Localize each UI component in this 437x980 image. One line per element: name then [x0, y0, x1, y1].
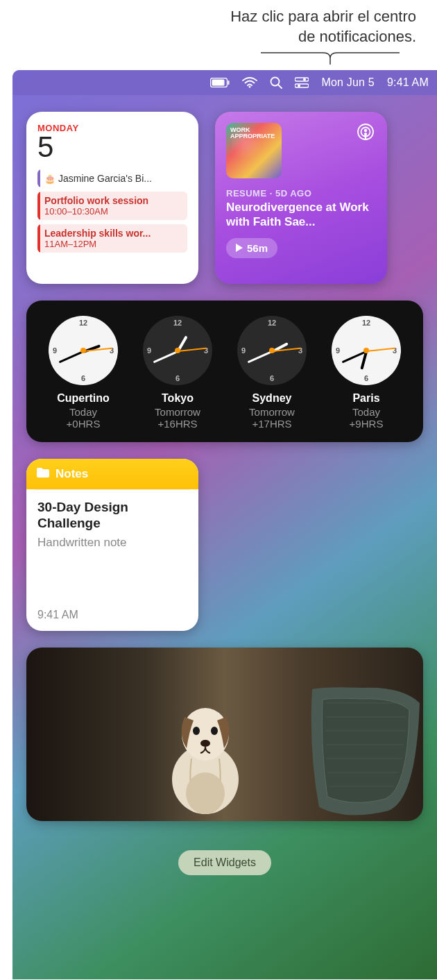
notification-center-widgets: MONDAY 5 🎂Jasmine Garcia's Bi... Portfol… — [12, 95, 437, 875]
notes-header-label: Notes — [55, 467, 88, 481]
event-title: Jasmine Garcia's Bi... — [58, 173, 152, 184]
svg-point-12 — [364, 129, 367, 132]
svg-rect-6 — [295, 78, 309, 81]
clock-day: Tomorrow — [249, 406, 295, 418]
annotation-line-1: Haz clic para abrir el centro — [21, 7, 416, 27]
clock-cupertino[interactable]: 12369 Cupertino Today +0HRS — [42, 316, 125, 430]
notes-header: Notes — [26, 459, 198, 489]
calendar-date: 5 — [37, 130, 187, 164]
clock-offset: +16HRS — [157, 418, 197, 430]
clock-day: Tomorrow — [155, 406, 200, 418]
menubar-time[interactable]: 9:41 AM — [387, 76, 429, 89]
wifi-icon[interactable] — [242, 77, 257, 88]
podcast-play-button[interactable]: 56m — [226, 238, 277, 258]
podcast-title: Neurodivergence at Work with Faith Sae..… — [226, 200, 376, 230]
svg-rect-8 — [295, 84, 309, 87]
clock-city: Sydney — [252, 392, 292, 405]
svg-point-16 — [211, 727, 218, 735]
annotation-line-2: de notificaciones. — [21, 27, 416, 47]
podcast-duration: 56m — [247, 242, 268, 254]
dog-image — [153, 696, 257, 814]
podcast-widget[interactable]: WORK APPROPRIATE RESUME · 5D AGO Neurodi… — [215, 112, 387, 284]
svg-point-9 — [298, 85, 300, 87]
clock-paris[interactable]: 12369 Paris Today +9HRS — [325, 316, 408, 430]
clock-city: Paris — [352, 392, 379, 405]
clock-day: Today — [69, 406, 97, 418]
play-icon — [236, 242, 243, 254]
event-time: 10:00–10:30AM — [44, 206, 182, 217]
clock-city: Cupertino — [57, 392, 110, 405]
clock-offset: +9HRS — [350, 418, 384, 430]
menubar-date[interactable]: Mon Jun 5 — [321, 76, 375, 89]
clock-day: Today — [352, 406, 380, 418]
svg-point-3 — [249, 86, 251, 88]
clock-face: 12369 — [332, 316, 401, 385]
calendar-event[interactable]: 🎂Jasmine Garcia's Bi... — [37, 169, 187, 187]
chair-image — [305, 682, 423, 821]
svg-line-5 — [278, 85, 282, 88]
podcast-resume-label: RESUME · 5D AGO — [226, 188, 376, 198]
clock-face: 12369 — [143, 316, 212, 385]
clock-tokyo[interactable]: 12369 Tokyo Tomorrow +16HRS — [136, 316, 219, 430]
callout-annotation: Haz clic para abrir el centro de notific… — [0, 0, 437, 49]
calendar-event[interactable]: Portfolio work session 10:00–10:30AM — [37, 192, 187, 220]
photos-widget[interactable] — [26, 648, 423, 821]
clock-city: Tokyo — [162, 392, 194, 405]
control-center-icon[interactable] — [295, 77, 309, 88]
note-time: 9:41 AM — [37, 609, 187, 621]
event-title: Leadership skills wor... — [44, 228, 182, 239]
clock-face: 12369 — [237, 316, 307, 385]
note-title: 30-Day Design Challenge — [37, 500, 187, 532]
clock-offset: +17HRS — [252, 418, 291, 430]
birthday-icon: 🎂 — [44, 174, 55, 184]
svg-point-17 — [200, 740, 210, 747]
calendar-event[interactable]: Leadership skills wor... 11AM–12PM — [37, 224, 187, 253]
podcasts-icon — [357, 123, 375, 144]
note-subtitle: Handwritten note — [37, 536, 187, 550]
edit-widgets-button[interactable]: Edit Widgets — [178, 850, 271, 875]
svg-point-15 — [193, 727, 200, 735]
podcast-artwork: WORK APPROPRIATE — [226, 123, 282, 178]
event-title: Portfolio work session — [44, 195, 182, 206]
svg-rect-2 — [228, 81, 230, 85]
calendar-events: 🎂Jasmine Garcia's Bi... Portfolio work s… — [37, 169, 187, 253]
desktop-screen: Mon Jun 5 9:41 AM MONDAY 5 🎂Jasmine Garc… — [12, 70, 437, 979]
folder-icon — [36, 467, 50, 482]
menu-bar: Mon Jun 5 9:41 AM — [12, 70, 437, 95]
battery-icon[interactable] — [210, 78, 230, 87]
calendar-widget[interactable]: MONDAY 5 🎂Jasmine Garcia's Bi... Portfol… — [26, 112, 198, 284]
spotlight-icon[interactable] — [270, 76, 282, 89]
event-time: 11AM–12PM — [44, 239, 182, 249]
notes-widget[interactable]: Notes 30-Day Design Challenge Handwritte… — [26, 459, 198, 631]
clock-offset: +0HRS — [67, 418, 101, 430]
svg-rect-1 — [212, 80, 225, 86]
svg-point-7 — [303, 78, 306, 81]
svg-point-18 — [186, 772, 225, 814]
callout-bracket — [0, 52, 400, 65]
world-clock-widget[interactable]: 12369 Cupertino Today +0HRS 12369 Tokyo … — [26, 301, 423, 442]
podcast-art-label: WORK APPROPRIATE — [230, 127, 282, 140]
clock-face: 12369 — [49, 316, 118, 385]
clock-sydney[interactable]: 12369 Sydney Tomorrow +17HRS — [230, 316, 314, 430]
